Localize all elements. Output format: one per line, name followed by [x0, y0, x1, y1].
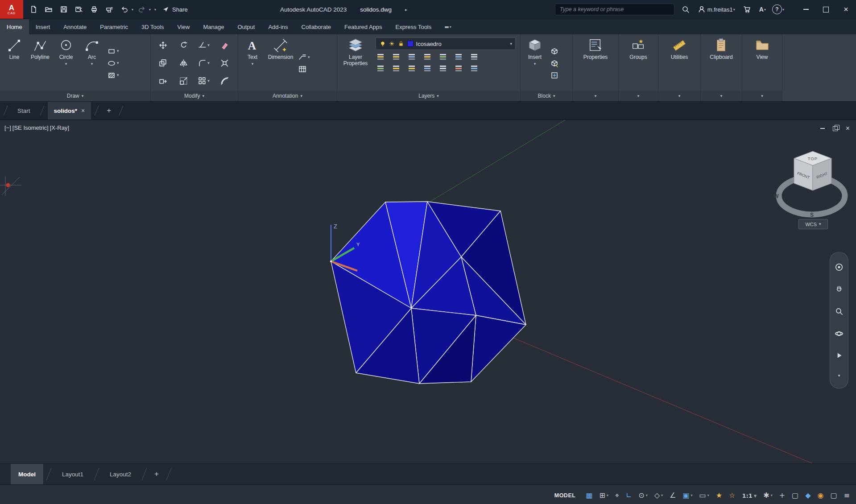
annotation-visibility-icon[interactable]: ★: [716, 492, 722, 499]
showmotion-icon[interactable]: [835, 351, 844, 360]
polyline-button[interactable]: Polyline: [28, 36, 53, 91]
zoom-icon[interactable]: [835, 307, 844, 316]
ellipse-button[interactable]: ▾: [108, 59, 119, 67]
orbit-icon[interactable]: [835, 329, 844, 338]
nav-wheel-icon[interactable]: [835, 263, 844, 272]
line-button[interactable]: Line: [2, 36, 27, 91]
navbar-menu-icon[interactable]: ▾: [838, 373, 840, 378]
file-tab-close-icon[interactable]: ×: [81, 107, 85, 114]
ribbon-tab-home[interactable]: Home: [0, 19, 29, 34]
dimension-button[interactable]: Dimension: [266, 36, 295, 91]
draw-panel-label[interactable]: Draw▾: [0, 91, 150, 101]
leader-button[interactable]: ▾: [298, 53, 310, 61]
ortho-icon[interactable]: ∟: [626, 492, 632, 499]
text-flyout-icon[interactable]: ▾: [252, 62, 254, 66]
new-file-button[interactable]: [27, 3, 40, 16]
groups-panel-label[interactable]: ▾: [619, 91, 658, 101]
viewcube-south-label[interactable]: S: [810, 212, 814, 218]
customization-icon[interactable]: ≡: [844, 492, 850, 499]
trim-button[interactable]: ▾: [198, 41, 210, 50]
undo-dropdown-icon[interactable]: ▾: [132, 8, 133, 12]
undo-button[interactable]: [118, 3, 131, 16]
explode-button[interactable]: [220, 59, 229, 67]
groups-button[interactable]: ★ Groups: [620, 36, 656, 91]
arc-flyout-icon[interactable]: ▾: [91, 62, 93, 66]
viewcube-west-label[interactable]: W: [773, 193, 779, 199]
clipboard-panel-label[interactable]: ▾: [701, 91, 742, 101]
drawing-restore-icon[interactable]: [833, 126, 838, 131]
ribbon-tab-output[interactable]: Output: [231, 19, 261, 34]
new-drawing-tab-button[interactable]: +: [102, 102, 116, 120]
search-icon[interactable]: [679, 3, 692, 16]
table-button[interactable]: [298, 65, 310, 73]
create-block-button[interactable]: [550, 47, 558, 55]
snap-mode-icon[interactable]: ⊞▾: [600, 492, 608, 499]
insert-flyout-icon[interactable]: ▾: [534, 62, 536, 66]
drawing-close-icon[interactable]: ×: [846, 124, 850, 132]
redo-dropdown-icon[interactable]: ▾: [149, 8, 151, 12]
layer-settings-icon[interactable]: [471, 65, 479, 72]
hatch-button[interactable]: ▾: [108, 71, 119, 79]
utilities-panel-label[interactable]: ▾: [658, 91, 700, 101]
doc-switcher-icon[interactable]: ▸: [405, 7, 407, 12]
signed-in-user[interactable]: m.freitas1 ▾: [697, 5, 736, 13]
view-button[interactable]: View: [744, 36, 780, 91]
ribbon-tab-view[interactable]: View: [170, 19, 196, 34]
fillet-button[interactable]: ▾: [198, 59, 210, 67]
drawing-minimize-icon[interactable]: [820, 128, 825, 129]
move-button[interactable]: [159, 41, 167, 50]
text-button[interactable]: A Text ▾: [240, 36, 265, 91]
circle-button[interactable]: Circle ▾: [54, 36, 79, 91]
properties-panel-label[interactable]: ▾: [573, 91, 618, 101]
layer-off-icon[interactable]: [377, 53, 385, 60]
insert-block-button[interactable]: Insert ▾: [522, 36, 547, 91]
layer-unisolate-icon[interactable]: [377, 65, 385, 72]
view-panel-label[interactable]: ▾: [742, 91, 782, 101]
workspace-switching-icon[interactable]: ✱▾: [763, 492, 772, 499]
autodesk-access-button[interactable]: A ▾: [758, 6, 767, 13]
ribbon-tab-collaborate[interactable]: Collaborate: [295, 19, 338, 34]
isodraft-icon[interactable]: ◇▾: [654, 492, 663, 499]
viewport-menu-control[interactable]: [−]: [4, 124, 11, 131]
viewport[interactable]: Z Y W S TOP FRONT RIGHT [−] [SE Isometri…: [0, 120, 856, 463]
stretch-button[interactable]: [159, 77, 167, 85]
mirror-button[interactable]: [179, 59, 188, 67]
model-space-button[interactable]: MODEL: [551, 492, 579, 499]
file-tab-start[interactable]: Start: [11, 102, 37, 120]
ribbon-tab-add-ins[interactable]: Add-ins: [261, 19, 294, 34]
modify-panel-label[interactable]: Modify▾: [151, 91, 238, 101]
annotation-monitor-icon[interactable]: +: [779, 492, 785, 499]
save-button[interactable]: [57, 3, 70, 16]
ribbon-tab-3d-tools[interactable]: 3D Tools: [135, 19, 170, 34]
annotation-panel-label[interactable]: Annotation▾: [238, 91, 337, 101]
qat-customize-icon[interactable]: ▾: [154, 8, 156, 12]
polar-tracking-icon[interactable]: ⊙▾: [638, 492, 647, 499]
circle-flyout-icon[interactable]: ▾: [65, 62, 67, 66]
save-as-button[interactable]: [72, 3, 86, 16]
layer-unlock-icon[interactable]: [409, 65, 417, 72]
layer-lock-icon[interactable]: [424, 53, 432, 60]
grid-icon[interactable]: ▦: [586, 492, 592, 499]
copy-button[interactable]: [159, 59, 167, 67]
layer-make-current-icon[interactable]: [440, 53, 448, 60]
layer-walk-icon[interactable]: [424, 65, 432, 72]
layer-freeze-icon[interactable]: [409, 53, 417, 60]
layer-merge-icon[interactable]: [440, 65, 448, 72]
layer-match-icon[interactable]: [455, 53, 463, 60]
rectangle-button[interactable]: ▾: [108, 47, 119, 55]
dynamic-input-icon[interactable]: ⌖: [615, 492, 619, 499]
autocad-logo[interactable]: A CAD: [0, 0, 23, 19]
layer-previous-icon[interactable]: [471, 53, 479, 60]
share-button[interactable]: Share: [162, 6, 188, 13]
minimize-button[interactable]: [796, 0, 816, 19]
ribbon-tab-insert[interactable]: Insert: [29, 19, 57, 34]
clean-screen-icon[interactable]: ▢: [830, 492, 837, 499]
rotate-button[interactable]: [179, 41, 188, 50]
app-store-cart-icon[interactable]: [740, 3, 754, 16]
properties-button[interactable]: Properties: [575, 36, 616, 91]
layers-panel-label[interactable]: Layers▾: [337, 91, 520, 101]
new-layout-button[interactable]: +: [150, 464, 163, 484]
isolate-objects-icon[interactable]: ◉: [818, 492, 824, 499]
offset-button[interactable]: [220, 77, 229, 85]
pan-hand-icon[interactable]: [835, 285, 844, 293]
